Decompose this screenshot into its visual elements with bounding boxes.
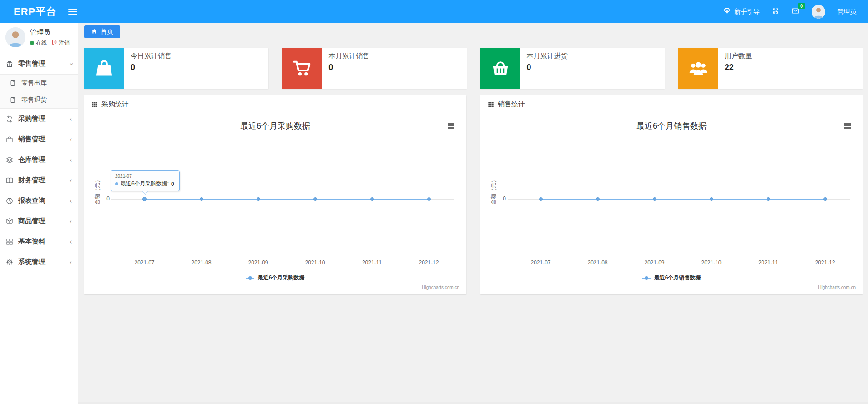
sidebar-item-retail[interactable]: 零售管理‹ (0, 54, 78, 74)
sidebar-username: 管理员 (30, 28, 70, 37)
guide-button[interactable]: 新手引导 (723, 7, 760, 16)
tooltip-series-label: 最近6个月采购数据: (121, 180, 169, 188)
data-point-marker[interactable] (823, 197, 827, 201)
message-count-badge: 0 (798, 3, 805, 9)
sidebar-item-label: 采购管理 (18, 115, 45, 123)
chevron-left-icon: ‹ (70, 197, 72, 204)
expand-icon (772, 7, 780, 16)
gear-icon (6, 259, 14, 266)
data-point-marker[interactable] (142, 197, 147, 201)
basket-icon (480, 48, 520, 89)
data-point-marker[interactable] (200, 197, 203, 201)
guide-label: 新手引导 (734, 8, 760, 16)
legend-label: 最近6个月销售数据 (654, 274, 701, 282)
purchase-stats-panel: 采购统计 最近6个月采购数据 金额（元） 0 最近6个月采购数据 Highcha… (84, 95, 466, 294)
book-icon (6, 177, 14, 184)
navbar-username[interactable]: 管理员 (837, 8, 856, 16)
data-point-marker[interactable] (370, 197, 374, 201)
sidebar-item-goods[interactable]: 商品管理‹ (0, 211, 78, 231)
stat-card-value: 0 (131, 63, 172, 72)
sales-stats-panel: 销售统计 最近6个月销售数据 金额（元） 0 最近6个月销售数据 Highcha… (480, 95, 863, 294)
footer-divider (78, 402, 868, 404)
sidebar-item-label: 基本资料 (18, 237, 45, 246)
stat-card-value: 0 (527, 63, 568, 72)
gem-icon (723, 7, 731, 16)
tooltip-arrow (141, 191, 149, 195)
data-point-marker[interactable] (427, 197, 431, 201)
pie-chart-icon (6, 197, 14, 204)
sidebar-subitem-retail-return[interactable]: 零售退货 (0, 91, 78, 108)
stat-card-label: 本月累计进货 (527, 52, 568, 60)
sidebar-subitem-label: 零售退货 (21, 96, 47, 104)
data-point-marker[interactable] (653, 197, 656, 201)
layers-icon (6, 156, 14, 164)
th-grid-icon (488, 101, 494, 108)
chevron-left-icon: ‹ (70, 115, 72, 123)
x-axis-line (508, 256, 850, 256)
sidebar-avatar[interactable] (5, 27, 25, 47)
file-icon (10, 80, 18, 86)
data-point-marker[interactable] (257, 197, 260, 201)
stat-card[interactable]: 今日累计销售0 (84, 48, 268, 89)
sidebar-item-system[interactable]: 系统管理‹ (0, 252, 78, 272)
grid-icon (6, 238, 14, 245)
stat-cards-row: 今日累计销售0本月累计销售0本月累计进货0用户数量22 (84, 48, 863, 89)
tooltip-header: 2021-07 (115, 174, 175, 179)
logout-button[interactable]: 注销 (51, 39, 70, 47)
erp-dashboard: ERP平台 新手引导 0 管理员 管 (0, 0, 868, 404)
users-icon (678, 48, 718, 89)
sidebar-menu: 零售管理‹零售出库零售退货采购管理‹销售管理‹仓库管理‹财务管理‹报表查询‹商品… (0, 54, 78, 272)
sidebar: 管理员 在线 注销 零售管理‹零售出库零售退货采购管理‹销售管理‹仓库管理‹财务… (0, 23, 78, 404)
chart-tooltip: 2021-07 最近6个月采购数据: 0 (111, 170, 180, 191)
legend-item[interactable]: 最近6个月采购数据 (84, 274, 466, 282)
chart-export-menu-icon[interactable] (448, 123, 454, 129)
chevron-left-icon: ‹ (70, 177, 72, 184)
menu-toggle-icon[interactable] (68, 9, 77, 15)
chevron-left-icon: ‹ (70, 156, 72, 164)
chart-credits[interactable]: Highcharts.com.cn (422, 285, 459, 290)
data-point-marker[interactable] (767, 197, 770, 201)
legend-item[interactable]: 最近6个月销售数据 (480, 274, 863, 282)
gift-icon (6, 60, 14, 68)
sidebar-item-label: 零售管理 (18, 60, 45, 68)
x-axis-label: 2021-09 (634, 259, 675, 266)
main-content: 首页 今日累计销售0本月累计销售0本月累计进货0用户数量22 采购统计 最近6个… (78, 23, 868, 404)
data-point-marker[interactable] (313, 197, 317, 201)
data-point-marker[interactable] (596, 197, 600, 201)
chart-export-menu-icon[interactable] (844, 123, 851, 129)
x-axis-label: 2021-07 (520, 259, 561, 266)
sidebar-item-sales[interactable]: 销售管理‹ (0, 129, 78, 150)
sidebar-item-basic[interactable]: 基本资料‹ (0, 231, 78, 252)
x-axis-line (111, 256, 454, 256)
chevron-left-icon: ‹ (70, 136, 72, 143)
sidebar-item-warehouse[interactable]: 仓库管理‹ (0, 150, 78, 170)
x-axis-label: 2021-08 (181, 259, 222, 266)
data-point-marker[interactable] (710, 197, 713, 201)
messages-button[interactable]: 0 (792, 7, 800, 16)
navbar-avatar[interactable] (812, 5, 825, 19)
navbar-right: 新手引导 0 管理员 (723, 5, 868, 19)
sidebar-item-label: 报表查询 (18, 196, 45, 205)
stat-card[interactable]: 用户数量22 (678, 48, 863, 89)
logout-label: 注销 (59, 39, 70, 47)
sidebar-item-purchase[interactable]: 采购管理‹ (0, 109, 78, 129)
stat-card[interactable]: 本月累计销售0 (282, 48, 466, 89)
chart-credits[interactable]: Highcharts.com.cn (818, 285, 856, 290)
x-axis-label: 2021-07 (124, 259, 165, 266)
sales-chart: 最近6个月销售数据 金额（元） 0 最近6个月销售数据 Highcharts.c… (480, 113, 863, 294)
x-axis-label: 2021-09 (238, 259, 279, 266)
x-axis-label: 2021-10 (295, 259, 336, 266)
series-line (541, 199, 825, 200)
chart-title: 最近6个月销售数据 (480, 120, 863, 131)
chevron-left-icon: ‹ (70, 238, 72, 245)
legend-marker-icon (642, 276, 651, 280)
sidebar-item-label: 商品管理 (18, 217, 45, 225)
fullscreen-button[interactable] (772, 7, 780, 16)
sidebar-item-finance[interactable]: 财务管理‹ (0, 170, 78, 190)
sidebar-item-report[interactable]: 报表查询‹ (0, 190, 78, 211)
stat-card[interactable]: 本月累计进货0 (480, 48, 665, 89)
sidebar-subitem-retail-outbound[interactable]: 零售出库 (0, 75, 78, 91)
cart-icon (282, 48, 322, 89)
tab-home[interactable]: 首页 (84, 25, 120, 38)
data-point-marker[interactable] (539, 197, 543, 201)
